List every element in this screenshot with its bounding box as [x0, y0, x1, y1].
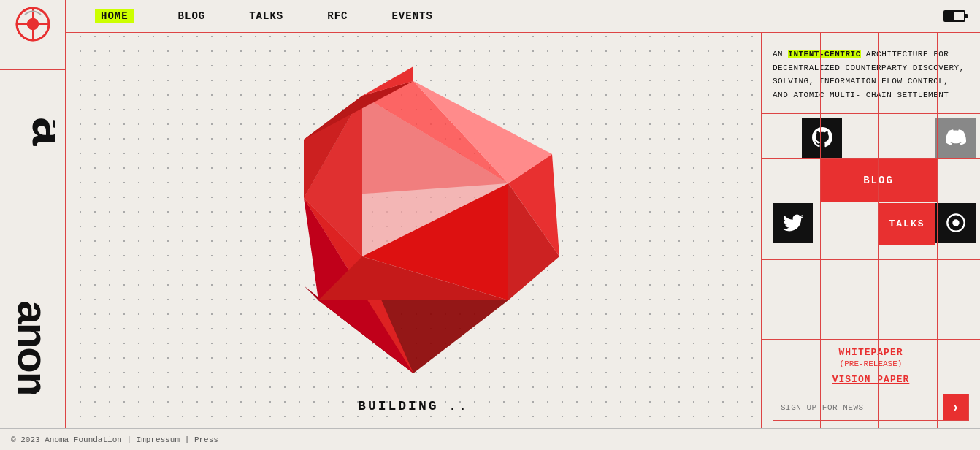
signup-bar: › [773, 394, 969, 421]
top-navigation: HOME BLOG TALKS RFC EVENTS [66, 0, 980, 33]
nav-talks[interactable]: TALKS [249, 10, 283, 22]
right-panel: AN INTENT-CENTRIC ARCHITECTURE FOR DECEN… [761, 33, 980, 428]
whitepaper-link[interactable]: WHITEPAPER [773, 347, 969, 358]
blog-button[interactable]: BLOG [820, 159, 937, 202]
footer-foundation-link[interactable]: Anoma Foundation [45, 435, 122, 444]
footer-impressum-link[interactable]: Impressum [137, 435, 180, 444]
footer-copyright: © 2023 [11, 435, 40, 444]
github-icon [812, 127, 832, 148]
vision-paper-link[interactable]: VISION PAPER [773, 374, 969, 385]
nav-home[interactable]: HOME [95, 9, 134, 23]
logo[interactable] [15, 6, 51, 42]
github-button[interactable] [802, 118, 842, 158]
twitter-button[interactable] [773, 203, 813, 243]
signup-submit-button[interactable]: › [943, 394, 968, 420]
talks-button[interactable]: TALKS [878, 203, 935, 245]
svg-point-5 [27, 18, 39, 30]
links-grid-section: BLOG TALKS [762, 114, 980, 260]
discord-icon [946, 127, 966, 148]
svg-text:a: a [17, 115, 55, 147]
sidebar: a anoma [0, 0, 66, 450]
tagline-text: AN INTENT-CENTRIC ARCHITECTURE FOR DECEN… [773, 47, 969, 102]
nav-events[interactable]: EVENTS [391, 10, 432, 22]
nav-links: HOME BLOG TALKS RFC EVENTS [95, 9, 433, 23]
main-content: BUILDING .. [66, 33, 761, 428]
highlight-text: INTENT-CENTRIC [788, 50, 860, 58]
namada-button[interactable] [935, 203, 976, 243]
sidebar-main-divider [66, 33, 66, 428]
anoma-logo-text: a anoma [7, 73, 58, 409]
tagline-section: AN INTENT-CENTRIC ARCHITECTURE FOR DECEN… [762, 33, 980, 114]
sidebar-divider [0, 69, 66, 70]
footer-press-link[interactable]: Press [194, 435, 218, 444]
nav-rfc[interactable]: RFC [327, 10, 348, 22]
svg-text:anoma: anoma [11, 301, 55, 394]
nav-blog[interactable]: BLOG [178, 10, 206, 22]
icosahedron [245, 37, 581, 403]
hline1 [762, 158, 980, 159]
signup-input[interactable] [773, 397, 943, 418]
bottom-links: WHITEPAPER (PRE-RELEASE) VISION PAPER › [762, 339, 980, 428]
svg-point-27 [952, 220, 959, 226]
hline2 [762, 202, 980, 202]
twitter-icon [783, 213, 803, 233]
prerelease-label: (PRE-RELEASE) [773, 359, 969, 368]
battery-icon [943, 10, 965, 22]
building-text: BUILDING .. [358, 399, 469, 413]
discord-button[interactable] [935, 118, 976, 158]
namada-icon [946, 213, 966, 233]
footer: © 2023 Anoma Foundation | Impressum | Pr… [0, 428, 980, 450]
